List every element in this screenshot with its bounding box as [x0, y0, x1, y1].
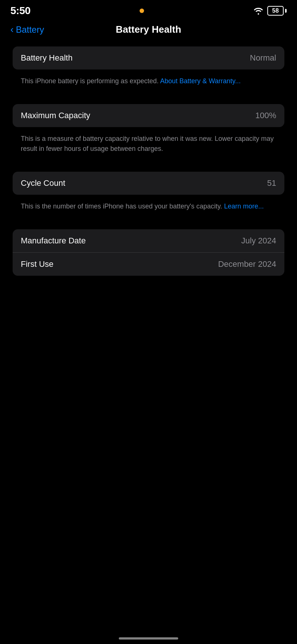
- maximum-capacity-card: Maximum Capacity 100%: [13, 104, 284, 127]
- back-label: Battery: [16, 25, 44, 35]
- maximum-capacity-row: Maximum Capacity 100%: [13, 104, 284, 127]
- battery-health-card: Battery Health Normal: [13, 46, 284, 69]
- first-use-label: First Use: [21, 259, 53, 269]
- battery-health-row: Battery Health Normal: [13, 46, 284, 69]
- manufacture-date-row: Manufacture Date July 2024: [13, 229, 284, 252]
- status-right: 58: [253, 6, 287, 16]
- about-battery-link[interactable]: About Battery & Warranty...: [160, 77, 241, 85]
- cycle-count-card: Cycle Count 51: [13, 172, 284, 195]
- battery-health-label: Battery Health: [21, 53, 72, 63]
- main-content: Battery Health Normal This iPhone batter…: [0, 43, 297, 294]
- battery-health-description: This iPhone battery is performing as exp…: [13, 73, 284, 93]
- cycle-count-row: Cycle Count 51: [13, 172, 284, 195]
- dates-card: Manufacture Date July 2024 First Use Dec…: [13, 229, 284, 276]
- maximum-capacity-value: 100%: [255, 111, 276, 120]
- status-dot: [140, 9, 144, 13]
- battery-health-value: Normal: [250, 53, 276, 63]
- cycle-count-description: This is the number of times iPhone has u…: [13, 198, 284, 218]
- first-use-row: First Use December 2024: [13, 252, 284, 276]
- status-time: 5:50: [10, 5, 30, 17]
- status-center: [140, 9, 144, 13]
- manufacture-date-label: Manufacture Date: [21, 236, 86, 246]
- learn-more-link[interactable]: Learn more...: [224, 203, 264, 210]
- maximum-capacity-description: This is a measure of battery capacity re…: [13, 131, 284, 161]
- back-button[interactable]: ‹ Battery: [10, 25, 44, 35]
- battery-level: 58: [267, 6, 284, 16]
- page-title: Battery Health: [116, 24, 181, 35]
- maximum-capacity-label: Maximum Capacity: [21, 111, 90, 120]
- cycle-count-value: 51: [267, 178, 276, 188]
- wifi-icon: [253, 7, 264, 15]
- manufacture-date-value: July 2024: [241, 236, 276, 246]
- first-use-value: December 2024: [218, 259, 276, 269]
- cycle-count-label: Cycle Count: [21, 178, 65, 188]
- nav-header: ‹ Battery Battery Health: [0, 20, 297, 43]
- battery-indicator: 58: [267, 6, 287, 16]
- status-bar: 5:50 58: [0, 0, 297, 20]
- home-indicator: [119, 637, 178, 640]
- battery-tip: [285, 9, 287, 13]
- back-chevron-icon: ‹: [10, 25, 14, 34]
